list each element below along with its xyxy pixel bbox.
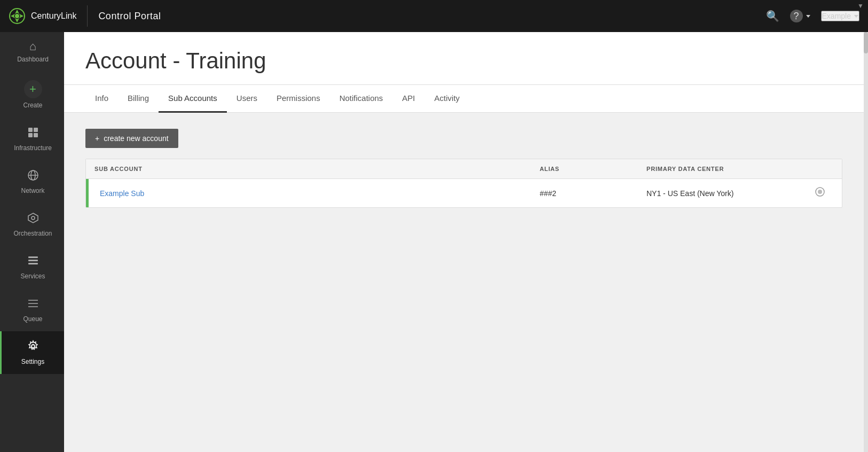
tab-info[interactable]: Info (85, 85, 118, 113)
user-menu-button[interactable]: Example (821, 11, 859, 21)
column-header-sub-account: SUB ACCOUNT (94, 166, 540, 172)
primary-data-center-cell: NY1 - US East (New York) (646, 189, 807, 198)
sidebar-label-create: Create (23, 102, 42, 109)
sub-accounts-table: SUB ACCOUNT ALIAS PRIMARY DATA CENTER Ex… (85, 159, 842, 208)
svg-rect-12 (28, 260, 38, 261)
svg-point-19 (818, 190, 822, 194)
svg-rect-2 (28, 128, 33, 132)
topbar-divider (87, 5, 88, 27)
search-button[interactable]: 🔍 (766, 10, 779, 22)
svg-rect-11 (28, 256, 38, 258)
svg-rect-4 (28, 133, 33, 137)
table-row: Example Sub ###2 NY1 - US East (New York… (86, 179, 842, 207)
tab-api[interactable]: API (392, 85, 424, 113)
settings-icon (27, 340, 40, 355)
sidebar-item-dashboard[interactable]: ⌂ Dashboard (0, 32, 64, 72)
svg-rect-3 (34, 128, 38, 132)
search-icon: 🔍 (766, 10, 779, 22)
create-button-label: create new account (104, 134, 168, 143)
orchestration-icon (27, 212, 40, 227)
sidebar-item-queue[interactable]: Queue (0, 289, 64, 331)
main-layout: ⌂ Dashboard + Create Infrastructure (0, 32, 868, 452)
alias-cell: ###2 (540, 189, 646, 198)
page-title: Account - Training (85, 48, 842, 74)
help-chevron-icon (806, 15, 810, 18)
create-new-account-button[interactable]: + create new account (85, 129, 178, 148)
tab-users[interactable]: Users (227, 85, 267, 113)
svg-point-1 (15, 14, 19, 18)
column-header-primary-data-center: PRIMARY DATA CENTER (646, 166, 807, 172)
scrollbar-thumb[interactable] (864, 32, 868, 53)
svg-rect-13 (28, 263, 38, 264)
help-button[interactable]: ? (790, 10, 810, 22)
svg-point-10 (31, 216, 35, 220)
app-title: Control Portal (98, 11, 161, 22)
tabs-bar: Info Billing Sub Accounts Users Permissi… (64, 85, 864, 113)
user-chevron-icon (854, 15, 858, 18)
plus-icon: + (95, 134, 99, 143)
user-label: Example (822, 12, 851, 20)
dashboard-icon: ⌂ (29, 41, 36, 52)
svg-marker-9 (28, 213, 38, 223)
sidebar-label-queue: Queue (23, 315, 42, 323)
topbar-right: 🔍 ? Example (766, 10, 859, 22)
sidebar-label-network: Network (21, 187, 44, 194)
sidebar-item-infrastructure[interactable]: Infrastructure (0, 118, 64, 160)
logo-text: CenturyLink (31, 11, 76, 21)
sidebar-label-settings: Settings (21, 358, 44, 365)
sub-content: + create new account SUB ACCOUNT ALIAS P… (64, 113, 864, 452)
sub-account-link[interactable]: Example Sub (94, 189, 144, 198)
sidebar-label-orchestration: Orchestration (13, 230, 52, 237)
sidebar-label-dashboard: Dashboard (17, 56, 49, 63)
sub-account-name-cell: Example Sub (94, 189, 540, 198)
queue-icon (27, 297, 40, 312)
tab-activity[interactable]: Activity (425, 85, 470, 113)
collapse-icon[interactable]: ▼ (853, 0, 868, 12)
infrastructure-icon (27, 126, 40, 141)
tab-notifications[interactable]: Notifications (330, 85, 393, 113)
network-icon (27, 169, 40, 184)
sidebar-item-settings[interactable]: Settings (0, 331, 64, 374)
services-icon (27, 254, 40, 269)
main-content: Account - Training Info Billing Sub Acco… (64, 32, 864, 452)
sidebar-label-infrastructure: Infrastructure (14, 144, 52, 152)
sidebar-item-create[interactable]: + Create (0, 72, 64, 118)
sidebar-item-services[interactable]: Services (0, 246, 64, 289)
create-icon: + (24, 80, 42, 98)
page-header: Account - Training (64, 32, 864, 85)
logo[interactable]: CenturyLink (9, 7, 76, 25)
svg-point-17 (31, 345, 35, 348)
topbar: CenturyLink Control Portal 🔍 ? Example ▼ (0, 0, 868, 32)
tab-billing[interactable]: Billing (118, 85, 159, 113)
sidebar: ⌂ Dashboard + Create Infrastructure (0, 32, 64, 452)
svg-rect-5 (34, 133, 38, 137)
column-header-alias: ALIAS (540, 166, 646, 172)
row-action-button[interactable] (807, 186, 833, 200)
tab-permissions[interactable]: Permissions (267, 85, 330, 113)
scrollbar-track[interactable] (864, 32, 868, 452)
table-header: SUB ACCOUNT ALIAS PRIMARY DATA CENTER (86, 159, 842, 179)
help-icon: ? (790, 10, 803, 22)
column-header-actions (807, 166, 833, 172)
sidebar-item-network[interactable]: Network (0, 160, 64, 203)
row-status-indicator (86, 179, 89, 207)
sidebar-label-services: Services (20, 272, 45, 280)
sidebar-item-orchestration[interactable]: Orchestration (0, 203, 64, 246)
tab-sub-accounts[interactable]: Sub Accounts (159, 85, 227, 113)
